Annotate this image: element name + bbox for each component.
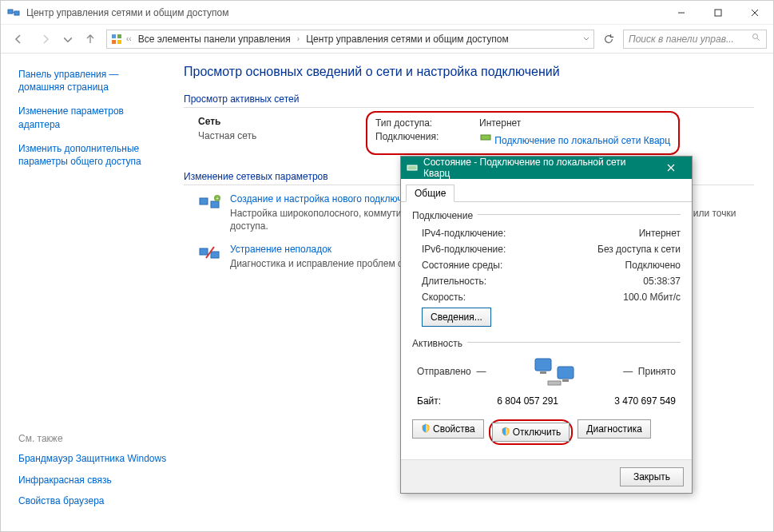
- breadcrumb-item[interactable]: Все элементы панели управления: [135, 34, 294, 45]
- diagnose-button[interactable]: Диагностика: [578, 419, 651, 439]
- dialog-body: Подключение IPv4-подключение:Интернет IP…: [401, 202, 692, 459]
- svg-rect-10: [117, 40, 121, 44]
- svg-rect-9: [112, 40, 116, 44]
- dialog-titlebar: Состояние - Подключение по локальной сет…: [401, 157, 692, 179]
- minimize-button[interactable]: [663, 1, 700, 25]
- bytes-sent: 6 804 057 291: [497, 395, 558, 407]
- dialog-action-buttons: Свойства Отключить Диагностика: [412, 419, 681, 453]
- sidebar-see-also: См. также Брандмауэр Защитника Windows И…: [18, 433, 166, 515]
- ipv4-label: IPv4-подключение:: [422, 228, 506, 239]
- sidebar-link-home[interactable]: Панель управления — домашняя страница: [18, 68, 161, 93]
- network-icon: [7, 6, 20, 19]
- breadcrumb-item[interactable]: Центр управления сетями и общим доступом: [303, 34, 512, 45]
- titlebar-controls: [663, 1, 773, 25]
- svg-rect-0: [8, 10, 13, 14]
- see-also-firewall[interactable]: Брандмауэр Защитника Windows: [18, 452, 166, 465]
- history-dropdown[interactable]: [62, 28, 74, 50]
- highlight-oval: Отключить: [489, 419, 574, 445]
- ipv6-value: Без доступа к сети: [597, 244, 681, 255]
- tab-general[interactable]: Общие: [406, 185, 454, 202]
- page-heading: Просмотр основных сведений о сети и наст…: [184, 65, 754, 79]
- sidebar: Панель управления — домашняя страница Из…: [1, 54, 173, 531]
- svg-rect-28: [548, 381, 561, 385]
- up-button[interactable]: [79, 28, 101, 50]
- titlebar: Центр управления сетями и общим доступом: [1, 1, 773, 25]
- svg-rect-24: [535, 359, 551, 371]
- sent-label: Отправлено —: [417, 366, 486, 377]
- svg-rect-13: [481, 135, 490, 140]
- access-type-label: Тип доступа:: [375, 117, 479, 129]
- ipv6-label: IPv6-подключение:: [422, 244, 506, 255]
- navbar: ‹‹ Все элементы панели управления › Цент…: [1, 25, 773, 54]
- active-networks-header: Просмотр активных сетей: [184, 93, 754, 108]
- maximize-button[interactable]: [700, 1, 736, 25]
- duration-label: Длительность:: [422, 276, 486, 287]
- network-name: Сеть: [198, 116, 374, 127]
- breadcrumb-dropdown[interactable]: [582, 34, 590, 44]
- close-button[interactable]: Закрыть: [620, 467, 684, 486]
- bytes-received: 3 470 697 549: [614, 395, 676, 407]
- details-button[interactable]: Сведения...: [422, 308, 491, 327]
- control-panel-icon: [110, 33, 123, 46]
- sidebar-link-adapter[interactable]: Изменение параметров адаптера: [18, 105, 161, 130]
- dialog-title: Состояние - Подключение по локальной сет…: [423, 157, 655, 179]
- activity-group-label: Активность: [412, 338, 462, 349]
- svg-rect-14: [200, 198, 208, 204]
- sidebar-link-sharing[interactable]: Изменить дополнительные параметры общего…: [18, 142, 161, 168]
- activity-header: Отправлено — — Принято: [412, 355, 681, 387]
- svg-rect-4: [715, 10, 721, 16]
- search-icon: [752, 33, 761, 45]
- svg-rect-26: [540, 371, 546, 374]
- shield-icon: [501, 427, 510, 439]
- svg-rect-7: [112, 34, 116, 38]
- svg-rect-1: [14, 11, 19, 15]
- network-type: Частная сеть: [198, 130, 374, 141]
- network-details: Тип доступа: Интернет Подключения: Подкл…: [374, 116, 754, 150]
- media-state-value: Подключено: [625, 260, 681, 271]
- svg-rect-25: [558, 367, 574, 379]
- svg-point-11: [753, 34, 758, 39]
- received-label: — Принято: [623, 366, 676, 377]
- search-input[interactable]: Поиск в панели управ...: [623, 30, 767, 49]
- network-center-window: Центр управления сетями и общим доступом…: [0, 0, 774, 532]
- svg-rect-27: [562, 379, 569, 382]
- computers-icon: [532, 355, 577, 387]
- dialog-footer: Закрыть: [401, 459, 692, 493]
- highlight-circle: Тип доступа: Интернет Подключения: Подкл…: [366, 111, 680, 155]
- media-state-label: Состояние среды:: [422, 260, 502, 271]
- breadcrumb[interactable]: ‹‹ Все элементы панели управления › Цент…: [106, 30, 594, 49]
- see-also-heading: См. также: [18, 433, 166, 444]
- access-type-value: Интернет: [479, 117, 521, 129]
- ipv4-value: Интернет: [639, 228, 681, 239]
- network-row: Сеть Частная сеть Тип доступа: Интернет …: [184, 116, 754, 150]
- network-identity: Сеть Частная сеть: [198, 116, 374, 150]
- svg-rect-15: [211, 201, 219, 208]
- see-also-infrared[interactable]: Инфракрасная связь: [18, 474, 166, 486]
- svg-text:+: +: [216, 196, 219, 201]
- connection-group-label: Подключение: [412, 210, 473, 221]
- adapter-icon: [406, 161, 419, 174]
- svg-rect-21: [407, 165, 417, 170]
- svg-rect-18: [200, 248, 208, 255]
- svg-rect-19: [211, 252, 219, 258]
- disable-button[interactable]: Отключить: [492, 423, 570, 442]
- bytes-label: Байт:: [417, 395, 441, 407]
- refresh-button[interactable]: [599, 30, 618, 49]
- close-button[interactable]: [736, 1, 773, 25]
- bytes-row: Байт: 6 804 057 291 3 470 697 549: [412, 395, 681, 407]
- svg-rect-8: [117, 34, 121, 38]
- adapter-icon: [479, 131, 492, 144]
- see-also-browser[interactable]: Свойства браузера: [18, 494, 166, 507]
- back-button[interactable]: [7, 28, 30, 50]
- dialog-close-button[interactable]: [655, 157, 687, 179]
- svg-line-12: [757, 38, 760, 41]
- forward-button[interactable]: [34, 28, 57, 50]
- shield-icon: [421, 423, 431, 435]
- properties-button[interactable]: Свойства: [412, 419, 484, 439]
- speed-label: Скорость:: [422, 292, 466, 303]
- breadcrumb-prefix: ‹‹: [126, 34, 132, 43]
- dialog-tabs: Общие: [401, 179, 692, 202]
- connection-link[interactable]: Подключение по локальной сети Кварц: [479, 131, 670, 146]
- search-placeholder: Поиск в панели управ...: [629, 34, 734, 45]
- new-connection-icon: +: [198, 193, 222, 214]
